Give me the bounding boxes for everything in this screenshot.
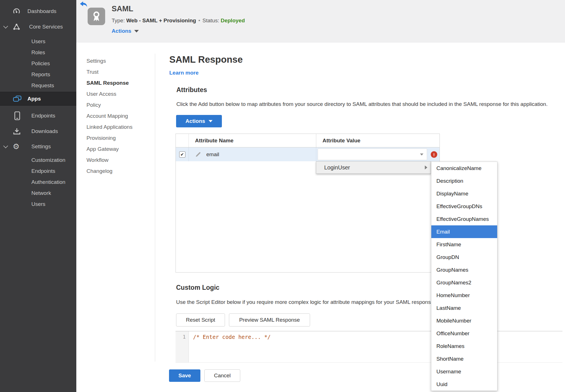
- submenu-item-lastname[interactable]: LastName: [431, 302, 497, 314]
- chevron-down-icon[interactable]: [3, 143, 8, 148]
- subnav-trust[interactable]: Trust: [86, 66, 133, 77]
- subnav-policy[interactable]: Policy: [86, 99, 133, 110]
- sidebar-item-label: Authentication: [31, 179, 65, 185]
- subnav-changelog[interactable]: Changelog: [86, 165, 133, 177]
- column-label: Attribute Name: [189, 134, 316, 147]
- table-row[interactable]: ✔ email !: [176, 147, 440, 161]
- attribute-submenu: CanonicalizeName Description DisplayName…: [431, 162, 497, 391]
- attribute-name-value: email: [206, 151, 219, 158]
- back-arrow-icon[interactable]: [80, 1, 87, 8]
- row-checkbox-cell: ✔: [176, 147, 189, 161]
- subnav-user-access[interactable]: User Access: [86, 88, 133, 99]
- row-name-cell: email: [189, 147, 316, 161]
- editor-line-gutter: 1: [176, 331, 189, 362]
- sidebar-item-apps-selected[interactable]: Apps: [0, 92, 76, 106]
- cancel-button[interactable]: Cancel: [204, 369, 240, 382]
- apps-icon: [13, 95, 21, 102]
- context-menu-label: LoginUser: [324, 164, 350, 171]
- submenu-item-firstname[interactable]: FirstName: [431, 238, 497, 251]
- sidebar: Dashboards Core Services Users Roles Pol…: [0, 0, 76, 392]
- sidebar-item-label: Requests: [31, 82, 54, 89]
- attributes-actions-button[interactable]: Actions: [176, 115, 222, 127]
- preview-saml-response-button[interactable]: Preview SAML Response: [229, 313, 310, 326]
- submenu-item-displayname[interactable]: DisplayName: [431, 187, 497, 200]
- submenu-item-shortname[interactable]: ShortName: [431, 352, 497, 365]
- submenu-item-canonicalizename[interactable]: CanonicalizeName: [431, 162, 497, 175]
- custom-logic-heading: Custom Logic: [176, 284, 219, 291]
- app-subnav: Settings Trust SAML Response User Access…: [86, 55, 133, 177]
- submenu-item-homenumber[interactable]: HomeNumber: [431, 289, 497, 302]
- meta-separator: •: [198, 18, 200, 23]
- endpoint-phone-icon: [14, 111, 20, 120]
- submenu-item-effectivegroupdns[interactable]: EffectiveGroupDNs: [431, 200, 497, 213]
- submenu-item-groupnames[interactable]: GroupNames: [431, 263, 497, 276]
- row-checkbox[interactable]: ✔: [179, 151, 185, 158]
- subnav-provisioning[interactable]: Provisioning: [86, 132, 133, 143]
- subnav-account-mapping[interactable]: Account Mapping: [86, 110, 133, 121]
- subnav-workflow[interactable]: Workflow: [86, 154, 133, 165]
- sidebar-item-label: Endpoints: [31, 113, 55, 119]
- script-editor[interactable]: 1 /* Enter code here... */: [176, 331, 562, 363]
- sidebar-item-label: Reports: [31, 71, 50, 78]
- subnav-settings[interactable]: Settings: [86, 55, 133, 66]
- sidebar-item-settings-endpoints[interactable]: Endpoints: [0, 165, 76, 177]
- sidebar-item-reports[interactable]: Reports: [0, 69, 76, 80]
- sidebar-item-downloads[interactable]: Downloads: [0, 125, 76, 138]
- sidebar-item-customization[interactable]: Customization: [0, 154, 76, 165]
- submenu-item-groupnames2[interactable]: GroupNames2: [431, 276, 497, 289]
- submenu-item-rolenames[interactable]: RoleNames: [431, 340, 497, 352]
- sidebar-item-endpoints[interactable]: Endpoints: [0, 109, 76, 122]
- chevron-down-icon[interactable]: [3, 24, 8, 29]
- header-actions-menu[interactable]: Actions: [112, 28, 139, 34]
- app-title: SAML: [112, 5, 133, 13]
- subnav-linked-applications[interactable]: Linked Applications: [86, 121, 133, 132]
- row-value-cell: !: [316, 147, 440, 161]
- header-actions-label: Actions: [112, 28, 131, 34]
- sidebar-item-label: Dashboards: [27, 8, 56, 14]
- value-context-menu[interactable]: LoginUser: [316, 161, 431, 174]
- sidebar-item-settings-users[interactable]: Users: [0, 199, 76, 210]
- column-label: Attribute Value: [316, 134, 440, 147]
- sidebar-item-requests[interactable]: Requests: [0, 80, 76, 91]
- app-header: SAML Type: Web - SAML + Provisioning•Sta…: [76, 0, 565, 43]
- actions-button-label: Actions: [185, 118, 205, 124]
- sidebar-item-label: Policies: [31, 60, 50, 67]
- sidebar-item-policies[interactable]: Policies: [0, 58, 76, 69]
- subnav-app-gateway[interactable]: App Gateway: [86, 143, 133, 154]
- attribute-value-select[interactable]: [318, 149, 427, 160]
- attributes-heading: Attributes: [176, 86, 207, 94]
- dashboard-gauge-icon: [13, 8, 20, 15]
- subnav-saml-response-selected[interactable]: SAML Response: [86, 77, 133, 88]
- sidebar-item-core-services[interactable]: Core Services: [0, 21, 76, 32]
- submenu-arrow-icon: [425, 165, 427, 169]
- edit-pencil-icon[interactable]: [195, 151, 201, 158]
- error-icon: !: [431, 151, 437, 158]
- sidebar-item-label: Users: [31, 38, 46, 45]
- custom-logic-description: Use the Script Editor below if you requi…: [176, 299, 435, 305]
- sidebar-item-roles[interactable]: Roles: [0, 47, 76, 58]
- submenu-item-officenumber[interactable]: OfficeNumber: [431, 327, 497, 340]
- submenu-item-email-selected[interactable]: Email: [431, 225, 497, 238]
- submenu-item-uuid[interactable]: Uuid: [431, 378, 497, 391]
- core-services-icon: [13, 23, 20, 31]
- download-icon: [13, 128, 21, 135]
- submenu-item-mobilenumber[interactable]: MobileNumber: [431, 314, 497, 327]
- sidebar-item-dashboards[interactable]: Dashboards: [0, 6, 76, 17]
- sidebar-item-settings[interactable]: ⚙ Settings: [0, 140, 76, 153]
- app-meta: Type: Web - SAML + Provisioning•Status: …: [112, 18, 245, 24]
- sidebar-item-users[interactable]: Users: [0, 36, 76, 47]
- sidebar-item-network[interactable]: Network: [0, 188, 76, 199]
- reset-script-button[interactable]: Reset Script: [176, 313, 225, 326]
- submenu-item-groupdn[interactable]: GroupDN: [431, 251, 497, 263]
- sidebar-item-authentication[interactable]: Authentication: [0, 177, 76, 188]
- submenu-item-effectivegroupnames[interactable]: EffectiveGroupNames: [431, 213, 497, 225]
- save-button[interactable]: Save: [169, 369, 200, 382]
- submenu-item-username[interactable]: Username: [431, 365, 497, 378]
- attributes-description: Click the Add button below to map attrib…: [176, 101, 547, 107]
- app-ribbon-icon: [88, 8, 105, 25]
- learn-more-link[interactable]: Learn more: [169, 70, 198, 76]
- attributes-table: Attribute Name Attribute Value ✔ email !: [176, 134, 440, 273]
- submenu-item-description[interactable]: Description: [431, 175, 497, 187]
- sidebar-item-label: Apps: [27, 96, 41, 102]
- editor-code-area[interactable]: /* Enter code here... */: [189, 331, 562, 362]
